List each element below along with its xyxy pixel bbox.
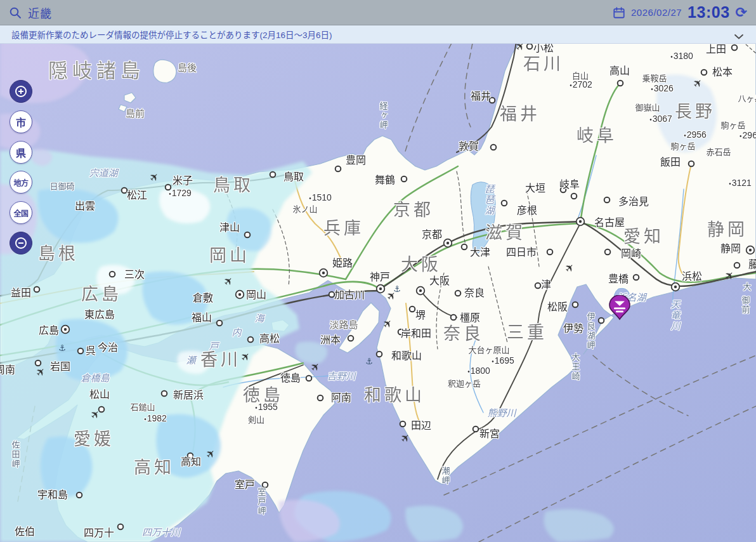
- region-search-value: 近畿: [28, 4, 52, 21]
- base-map: [0, 0, 756, 542]
- pin-glyph-bar2: [616, 311, 623, 313]
- region-search[interactable]: 近畿: [9, 4, 52, 21]
- calendar-icon[interactable]: [613, 6, 625, 19]
- date-value[interactable]: 2026/02/27: [631, 7, 682, 18]
- time-value[interactable]: 13:03: [688, 3, 729, 22]
- map-level-button-city[interactable]: 市: [10, 110, 32, 133]
- plus-circle-icon: [14, 84, 28, 98]
- zoom-out-button[interactable]: [10, 232, 32, 254]
- map-viewport[interactable]: 隠岐諸島島後島前鳥取島根広島岡山兵庫京都滋賀大阪奈良三重和歌山徳島香川愛媛高知福…: [0, 0, 756, 542]
- zoom-in-button[interactable]: [10, 80, 32, 103]
- pin-glyph-bar1: [614, 308, 625, 310]
- chevron-down-icon[interactable]: [734, 31, 743, 43]
- map-level-button-nation[interactable]: 全国: [10, 201, 32, 224]
- map-level-button-pref[interactable]: 県: [10, 141, 32, 164]
- notice-text: 設備更新作業のためレーダ情報の提供が停止することがあります(2月16日〜3月6日…: [11, 28, 332, 41]
- notice-bar: 設備更新作業のためレーダ情報の提供が停止することがあります(2月16日〜3月6日…: [0, 25, 756, 44]
- app-header: 近畿 2026/02/27 13:03 ⟳: [0, 0, 756, 25]
- minus-circle-icon: [14, 236, 28, 250]
- refresh-icon[interactable]: ⟳: [736, 6, 747, 20]
- search-icon: [9, 6, 22, 19]
- pin-shape: [609, 295, 630, 319]
